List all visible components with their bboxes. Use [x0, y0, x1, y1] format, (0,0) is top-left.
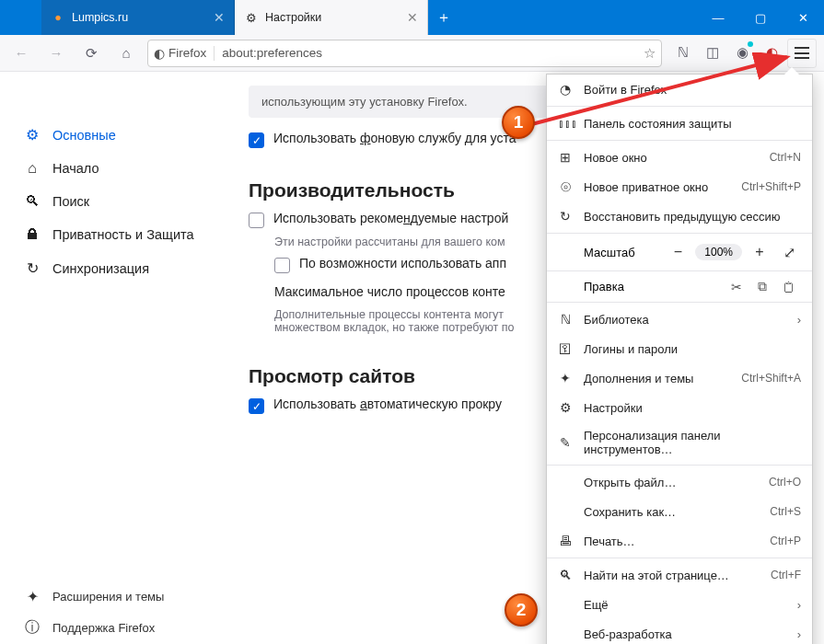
- tab-settings[interactable]: ⚙ Настройки ✕: [235, 0, 428, 35]
- callout-2: 2: [505, 593, 538, 627]
- checkbox-icon: [274, 258, 290, 273]
- cut-icon[interactable]: ✂: [724, 280, 749, 294]
- sidebar-item-home[interactable]: ⌂ Начало: [14, 152, 216, 185]
- checkbox-icon: [249, 213, 264, 228]
- menu-new-private[interactable]: ⦾Новое приватное окноCtrl+Shift+P: [547, 172, 812, 201]
- menu-signin[interactable]: ◔Войти в Firefox: [547, 75, 812, 104]
- search-icon: 🔍︎: [23, 193, 41, 210]
- brush-icon: ✎: [558, 435, 573, 450]
- maximize-button[interactable]: ▢: [739, 0, 782, 35]
- sidebar-item-extensions[interactable]: ✦ Расширения и темы: [14, 581, 216, 612]
- title-bar: ● Lumpics.ru ✕ ⚙ Настройки ✕ ＋ — ▢ ✕: [0, 0, 824, 35]
- toolbar: ← → ⟳ ⌂ ◐ Firefox about:preferences ☆ ℕ …: [0, 35, 824, 72]
- chevron-right-icon: ›: [797, 313, 801, 327]
- checkbox-icon: ✓: [249, 398, 264, 414]
- sidebar-label: Приватность и Защита: [52, 227, 194, 242]
- library-icon: ℕ: [558, 312, 573, 327]
- mask-icon: ⦾: [558, 179, 573, 195]
- checkbox-label: По возможности использовать апп: [299, 256, 506, 270]
- zoom-value: 100%: [695, 244, 742, 260]
- extension-icon[interactable]: ◐: [758, 39, 785, 66]
- sync-icon: ↻: [23, 259, 41, 277]
- home-icon: ⌂: [23, 160, 41, 177]
- help-icon: ⓘ: [23, 618, 41, 638]
- menu-find[interactable]: 🔍︎Найти на этой странице…Ctrl+F: [547, 560, 812, 590]
- account-icon[interactable]: ◉: [728, 39, 756, 66]
- close-icon[interactable]: ✕: [407, 10, 418, 25]
- reload-button[interactable]: ⟳: [77, 40, 105, 67]
- close-button[interactable]: ✕: [782, 0, 824, 35]
- identity-box[interactable]: ◐ Firefox: [154, 46, 215, 61]
- info-text: использующим эту установку Firefox.: [261, 95, 468, 109]
- menu-print[interactable]: 🖶Печать…Ctrl+P: [547, 526, 812, 556]
- library-icon[interactable]: ℕ: [669, 39, 697, 66]
- menu-restore-session[interactable]: ↻Восстановить предыдущую сессию: [547, 201, 812, 231]
- window-controls: — ▢ ✕: [697, 0, 824, 35]
- callout-1: 1: [502, 106, 535, 139]
- puzzle-icon: ✦: [23, 588, 41, 605]
- puzzle-icon: ✦: [558, 371, 573, 385]
- home-button[interactable]: ⌂: [112, 40, 140, 67]
- zoom-out-button[interactable]: −: [666, 241, 690, 263]
- menu-save-as[interactable]: Сохранить как…Ctrl+S: [547, 497, 812, 526]
- tab-label: Lumpics.ru: [72, 11, 207, 24]
- sidebar-item-privacy[interactable]: 🔒︎ Приватность и Защита: [14, 218, 216, 251]
- lock-icon: 🔒︎: [23, 226, 41, 243]
- menu-zoom: Масштаб − 100% + ⤢: [547, 236, 812, 269]
- menu-button[interactable]: [787, 39, 817, 68]
- window-icon: ⊞: [558, 150, 573, 165]
- back-button[interactable]: ←: [7, 40, 35, 67]
- gear-icon: ⚙: [558, 400, 573, 415]
- tab-label: Настройки: [265, 11, 400, 24]
- identity-label: Firefox: [168, 46, 206, 60]
- sidebar-label: Поддержка Firefox: [52, 621, 155, 635]
- menu-webdev[interactable]: Веб-разработка›: [547, 619, 812, 644]
- sidebar-label: Расширения и темы: [52, 590, 164, 604]
- menu-logins[interactable]: ⚿Логины и пароли: [547, 334, 812, 363]
- url-text: about:preferences: [222, 46, 636, 60]
- menu-settings[interactable]: ⚙Настройки: [547, 393, 812, 422]
- key-icon: ⚿: [558, 341, 573, 356]
- url-bar[interactable]: ◐ Firefox about:preferences ☆: [147, 40, 662, 67]
- close-icon[interactable]: ✕: [214, 10, 225, 25]
- chevron-right-icon: ›: [797, 627, 801, 641]
- preferences-sidebar: ⚙ Основные ⌂ Начало 🔍︎ Поиск 🔒︎ Приватно…: [0, 72, 216, 644]
- user-icon: ◔: [558, 82, 573, 97]
- menu-customize[interactable]: ✎Персонализация панели инструментов…: [547, 422, 812, 463]
- menu-new-window[interactable]: ⊞Новое окноCtrl+N: [547, 143, 812, 172]
- menu-open-file[interactable]: Открыть файл…Ctrl+O: [547, 467, 812, 497]
- sidebar-label: Основные: [52, 128, 116, 143]
- sidebar-label: Поиск: [52, 194, 89, 209]
- copy-icon[interactable]: ⧉: [749, 279, 775, 294]
- forward-button[interactable]: →: [42, 40, 70, 67]
- new-tab-button[interactable]: ＋: [428, 0, 459, 35]
- sidebar-label: Синхронизация: [52, 261, 149, 276]
- menu-more[interactable]: Ещё›: [547, 590, 812, 619]
- sidebar-item-general[interactable]: ⚙ Основные: [14, 118, 216, 152]
- sidebar-item-sync[interactable]: ↻ Синхронизация: [14, 251, 216, 285]
- firefox-icon: ◐: [154, 46, 165, 61]
- gear-icon: ⚙: [244, 10, 259, 25]
- menu-edit: Правка ✂ ⧉ 📋︎: [547, 273, 812, 300]
- bookmark-star-icon[interactable]: ☆: [644, 45, 656, 62]
- chevron-right-icon: ›: [797, 598, 801, 612]
- sidebar-label: Начало: [52, 161, 99, 176]
- sidebar-icon[interactable]: ◫: [699, 39, 726, 66]
- sidebar-item-support[interactable]: ⓘ Поддержка Firefox: [14, 612, 216, 644]
- fullscreen-button[interactable]: ⤢: [777, 241, 801, 263]
- menu-addons[interactable]: ✦Дополнения и темыCtrl+Shift+A: [547, 363, 812, 393]
- paste-icon[interactable]: 📋︎: [775, 280, 801, 294]
- app-menu: ◔Войти в Firefox ⫾⫾⫾Панель состояния защ…: [546, 74, 813, 644]
- checkbox-label: Использовать автоматическую прокру: [273, 397, 502, 411]
- menu-library[interactable]: ℕБиблиотека›: [547, 305, 812, 334]
- tab-lumpics[interactable]: ● Lumpics.ru ✕: [41, 0, 235, 35]
- bars-icon: ⫾⫾⫾: [558, 116, 573, 131]
- restore-icon: ↻: [558, 209, 573, 224]
- favicon-lumpics: ●: [51, 10, 65, 25]
- tab-strip: ● Lumpics.ru ✕ ⚙ Настройки ✕ ＋: [0, 0, 697, 35]
- minimize-button[interactable]: —: [697, 0, 739, 35]
- sidebar-item-search[interactable]: 🔍︎ Поиск: [14, 185, 216, 218]
- zoom-in-button[interactable]: +: [748, 241, 772, 263]
- print-icon: 🖶: [558, 534, 573, 548]
- menu-protection[interactable]: ⫾⫾⫾Панель состояния защиты: [547, 109, 812, 138]
